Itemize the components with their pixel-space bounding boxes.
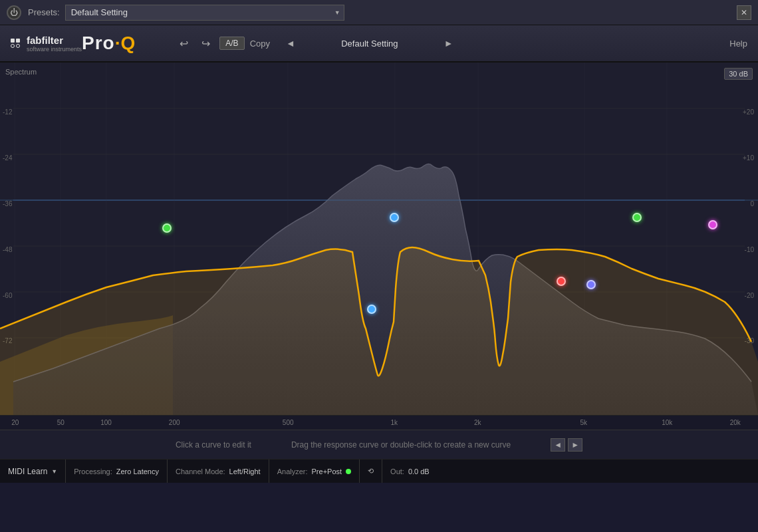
freq-10k: 10k	[662, 419, 672, 426]
copy-button[interactable]: Copy	[250, 39, 270, 49]
output-section: Out: 0.0 dB	[382, 460, 438, 483]
preset-name-display: Default Setting	[303, 39, 436, 49]
eq-node-5[interactable]	[586, 280, 596, 289]
status-prev-button[interactable]: ◄	[551, 438, 565, 452]
freq-50: 50	[57, 419, 64, 426]
midi-section: MIDI Learn ▼	[8, 460, 66, 483]
output-value: 0.0 dB	[408, 467, 430, 475]
undo-button[interactable]: ↩	[176, 36, 192, 51]
eq-node-6[interactable]	[632, 213, 642, 222]
freq-2k: 2k	[474, 419, 481, 426]
status-bar: Click a curve to edit it Drag the respon…	[0, 430, 758, 459]
redo-button[interactable]: ↪	[197, 36, 214, 51]
product-dot: ·Q	[115, 33, 136, 53]
freq-20k: 20k	[730, 419, 741, 426]
preset-nav-area: ◄ Default Setting ►	[283, 37, 456, 50]
close-button[interactable]: ✕	[737, 5, 751, 20]
processing-value: Zero Latency	[116, 467, 159, 475]
eq-node-3[interactable]	[367, 305, 376, 314]
db-range-button[interactable]: 30 dB	[724, 68, 753, 80]
toolbar: ↩ ↪ A/B Copy	[176, 36, 270, 51]
channel-mode-section: Channel Mode: Left/Right	[168, 460, 269, 483]
eq-display[interactable]: Spectrum -12 -24 -36 -48 -60 -72 +20 +10…	[0, 63, 758, 415]
freq-500: 500	[283, 419, 294, 426]
freq-200: 200	[169, 419, 180, 426]
logo-dot-3	[11, 44, 15, 48]
analyzer-label: Analyzer:	[277, 467, 308, 475]
logo-dot-2	[16, 39, 20, 43]
loop-button[interactable]: ⟲	[368, 467, 374, 475]
logo-icon	[11, 39, 20, 48]
output-label: Out:	[390, 467, 404, 475]
freq-1k: 1k	[391, 419, 398, 426]
left-hint: Click a curve to edit it	[176, 440, 251, 450]
power-button[interactable]: ⏻	[7, 5, 21, 20]
processing-label: Processing:	[74, 467, 112, 475]
status-nav: ◄ ►	[551, 438, 582, 452]
freq-5k: 5k	[580, 419, 588, 426]
channel-mode-label: Channel Mode:	[176, 467, 225, 475]
eq-node-1[interactable]	[162, 223, 172, 233]
freq-100: 100	[100, 419, 112, 426]
bottom-bar: MIDI Learn ▼ Processing: Zero Latency Ch…	[0, 459, 758, 483]
eq-node-4[interactable]	[557, 277, 566, 286]
logo-dot-4	[16, 44, 20, 48]
eq-svg	[0, 63, 758, 415]
help-button[interactable]: Help	[729, 39, 747, 49]
right-hint: Drag the response curve or double-click …	[291, 440, 511, 450]
eq-node-2[interactable]	[390, 213, 399, 222]
brand-sub: software instruments	[27, 47, 82, 53]
product-name: Pro·Q	[82, 33, 136, 54]
status-next-button[interactable]: ►	[568, 438, 582, 452]
analyzer-section: Analyzer: Pre+Post	[269, 460, 360, 483]
freq-axis: 20 50 100 200 500 1k 2k 5k 10k 20k	[0, 415, 758, 430]
analyzer-led	[346, 469, 351, 474]
logo-dot-1	[11, 39, 15, 43]
prev-preset-button[interactable]: ◄	[283, 37, 298, 50]
processing-section: Processing: Zero Latency	[66, 460, 168, 483]
brand-name: fabfilter	[27, 35, 63, 46]
loop-section: ⟲	[360, 460, 382, 483]
preset-dropdown-wrapper[interactable]: Default SettingAcoustic GuitarBass Boost…	[65, 5, 344, 21]
ab-button[interactable]: A/B	[219, 37, 244, 50]
midi-dropdown-button[interactable]: ▼	[51, 468, 57, 475]
logo-area: fabfilter software instruments Pro·Q	[11, 33, 136, 54]
presets-label: Presets:	[28, 7, 60, 17]
midi-learn-button[interactable]: MIDI Learn	[8, 467, 47, 476]
analyzer-value: Pre+Post	[312, 467, 342, 475]
product-pro: Pro	[82, 33, 115, 53]
freq-20: 20	[11, 419, 19, 426]
preset-select[interactable]: Default SettingAcoustic GuitarBass Boost…	[65, 5, 344, 21]
title-bar: ⏻ Presets: Default SettingAcoustic Guita…	[0, 0, 758, 25]
next-preset-button[interactable]: ►	[442, 37, 456, 50]
plugin-header: fabfilter software instruments Pro·Q ↩ ↪…	[0, 25, 758, 63]
channel-mode-value: Left/Right	[229, 467, 261, 475]
eq-node-7[interactable]	[708, 220, 717, 229]
brand-group: fabfilter software instruments	[27, 35, 82, 53]
